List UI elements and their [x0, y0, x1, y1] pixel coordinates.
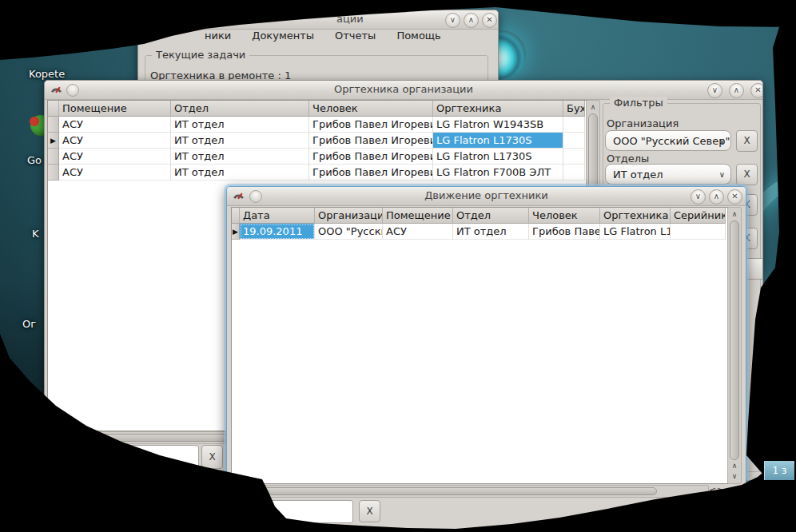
close-button[interactable]: ✕ [727, 189, 742, 204]
table-cell[interactable]: АСУ [59, 117, 171, 133]
taskbar-fragment[interactable]: 1 з [764, 461, 794, 480]
table-row[interactable]: АСУИТ отделГрибов Павел ИгоревичLG Flatr… [48, 165, 587, 181]
maximize-button[interactable]: ∧ [709, 189, 724, 204]
desktop-icon-k[interactable]: K [32, 228, 39, 240]
table-cell[interactable]: LG Flatron L1730S [433, 149, 563, 165]
vscroll-thumb[interactable] [730, 220, 739, 460]
equipment-window-title: Оргтехника организации [45, 83, 762, 95]
table-cell[interactable]: ИТ отдел [453, 224, 529, 240]
table-cell[interactable]: ИТ отдел [171, 117, 309, 133]
column-header[interactable]: Оргтехника [433, 101, 563, 117]
organization-combobox[interactable]: ООО "Русский Север" ∨ [605, 130, 731, 151]
table-row[interactable]: АСУИТ отделГрибов Павел ИгоревичLG Flatr… [48, 117, 587, 133]
desktop-icon-go[interactable]: Go [27, 154, 42, 166]
column-header[interactable]: Дата [240, 208, 315, 224]
column-header[interactable]: Организация [315, 208, 383, 224]
hscroll-thumb[interactable] [233, 487, 657, 495]
minimize-button[interactable]: ∨ [691, 189, 706, 204]
column-header[interactable]: Помещение [59, 101, 171, 117]
filters-title: Фильтры [610, 97, 667, 109]
column-header[interactable]: Отдел [171, 101, 309, 117]
table-cell[interactable]: LG Flatron L1730S [433, 133, 563, 149]
scroll-down-icon[interactable]: ∨ [728, 471, 741, 481]
table-row[interactable]: ▶АСУИТ отделГрибов Павел ИгоревичLG Flat… [48, 133, 587, 149]
movement-table-hscrollbar[interactable] [231, 485, 709, 498]
minimize-button[interactable]: ∨ [707, 83, 722, 98]
column-header[interactable]: Человек [309, 101, 433, 117]
maximize-button[interactable]: ∧ [464, 13, 479, 28]
row-selector[interactable] [48, 165, 59, 181]
chevron-down-icon: ∨ [719, 131, 725, 151]
movement-titlebar[interactable]: Движение оргтехники ∨ ∧ ✕ [227, 187, 746, 206]
table-cell[interactable]: ООО "Русский [315, 224, 383, 240]
column-header[interactable]: Помещение [383, 208, 453, 224]
table-header-row: ПомещениеОтделЧеловекОргтехникаБухУ [48, 101, 587, 117]
departments-label: Отделы [607, 153, 649, 165]
clear-department-button[interactable]: X [736, 164, 758, 185]
column-header[interactable]: Отдел [453, 208, 529, 224]
main-titlebar[interactable]: ации ∨ ∧ ✕ [138, 10, 498, 30]
scroll-up-icon[interactable]: ∧ [728, 461, 741, 470]
table-cell[interactable]: АСУ [59, 133, 171, 149]
close-button[interactable]: ✕ [482, 13, 497, 28]
column-header[interactable]: Серийник [671, 208, 726, 224]
table-cell[interactable]: 19.09.2011 [240, 224, 315, 240]
row-selector[interactable]: ▶ [48, 133, 59, 149]
table-cell[interactable] [671, 224, 726, 240]
table-cell[interactable]: ИТ отдел [171, 165, 309, 181]
table-cell[interactable]: Грибов Павел Игоревич [309, 133, 433, 149]
department-combobox[interactable]: ИТ отдел ∨ [605, 164, 731, 185]
screen: Kopete Go K Ог ации ∨ ∧ ✕ никиДокументыО… [0, 0, 796, 532]
table-cell[interactable] [563, 165, 585, 181]
tasks-group-title: Текущие задачи [152, 49, 249, 61]
menu-item[interactable]: Отчеты [335, 30, 376, 42]
desktop-icon-kopete[interactable]: Kopete [29, 68, 65, 80]
chevron-down-icon: ∨ [719, 165, 725, 185]
menu-item[interactable]: Документы [252, 30, 314, 42]
minimize-button[interactable]: ∨ [445, 13, 460, 28]
table-cell[interactable]: Грибов Павел И [529, 224, 600, 240]
organization-label: Организация [607, 117, 679, 129]
table-cell[interactable]: АСУ [59, 149, 171, 165]
table-cell[interactable] [563, 117, 585, 133]
table-cell[interactable]: Грибов Павел Игоревич [309, 165, 433, 181]
organization-value: ООО "Русский Север" [613, 135, 730, 147]
menu-item[interactable]: Помощь [396, 30, 440, 42]
row-selector-header [48, 101, 59, 117]
table-header-row: ДатаОрганизацияПомещениеОтделЧеловекОргт… [232, 208, 727, 224]
table-cell[interactable]: LG Flatron F700B ЭЛТ [433, 165, 563, 181]
scroll-right-icon[interactable]: > [717, 484, 724, 496]
table-cell[interactable]: ИТ отдел [171, 133, 309, 149]
table-cell[interactable]: Грибов Павел Игоревич [309, 117, 433, 133]
movement-table-vscrollbar[interactable]: ∧ ∧ ∨ [727, 207, 742, 484]
clear-organization-button[interactable]: X [736, 130, 758, 152]
movement-search-input[interactable] [238, 500, 353, 523]
table-cell[interactable]: ИТ отдел [171, 149, 309, 165]
column-header[interactable]: БухУ [563, 101, 585, 117]
row-selector[interactable] [48, 117, 59, 133]
row-selector[interactable] [48, 149, 59, 165]
table-cell[interactable]: Грибов Павел Игоревич [309, 149, 433, 165]
scroll-up-icon[interactable]: ∧ [728, 209, 741, 219]
movement-search-clear-button[interactable]: X [359, 500, 380, 522]
table-row[interactable]: ▶19.09.2011ООО "РусскийАСУИТ отделГрибов… [232, 224, 727, 240]
table-row[interactable]: АСУИТ отделГрибов Павел ИгоревичLG Flatr… [48, 149, 587, 165]
close-button[interactable]: ✕ [750, 83, 763, 98]
menu-item[interactable]: ники [205, 30, 231, 42]
column-header[interactable]: Человек [529, 208, 600, 224]
table-cell[interactable] [563, 133, 585, 149]
scroll-up-icon[interactable]: ∧ [587, 102, 599, 112]
equipment-search-input[interactable] [50, 445, 199, 470]
table-cell[interactable]: АСУ [59, 165, 171, 181]
maximize-button[interactable]: ∧ [729, 83, 744, 98]
table-cell[interactable] [563, 149, 585, 165]
equipment-search-clear-button[interactable]: X [201, 445, 223, 469]
desktop-icon-org[interactable]: Ог [22, 318, 36, 330]
column-header[interactable]: Оргтехника [600, 208, 671, 224]
row-selector[interactable]: ▶ [232, 224, 240, 240]
movement-table[interactable]: ДатаОрганизацияПомещениеОтделЧеловекОргт… [231, 207, 728, 484]
scroll-left-icon[interactable]: < [709, 484, 716, 496]
table-cell[interactable]: LG Flatron L173 [600, 224, 671, 240]
table-cell[interactable]: АСУ [383, 224, 453, 240]
table-cell[interactable]: LG Flatron W1943SB [433, 117, 563, 133]
